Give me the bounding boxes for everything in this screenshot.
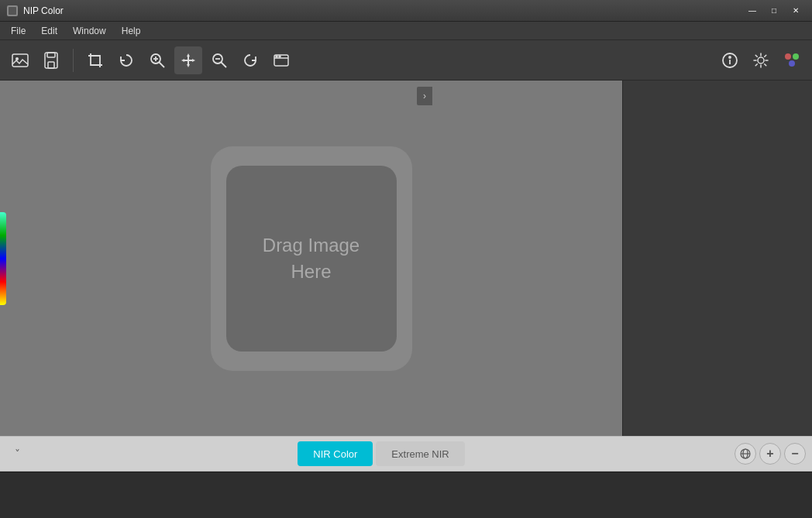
svg-point-23 <box>789 60 795 67</box>
drag-placeholder: Drag Image Here <box>211 146 412 371</box>
redo-button[interactable] <box>236 46 264 74</box>
info-button[interactable] <box>716 46 744 74</box>
minus-icon: − <box>791 448 798 460</box>
move-button[interactable] <box>174 46 202 74</box>
title-bar: NIP Color — □ ✕ <box>0 0 812 22</box>
rotate-button[interactable] <box>112 46 140 74</box>
title-bar-left: NIP Color <box>6 5 64 17</box>
main-area: Drag Image Here › <box>0 81 812 436</box>
globe-button[interactable] <box>735 443 756 465</box>
add-tab-button[interactable]: + <box>759 443 781 465</box>
menu-edit[interactable]: Edit <box>33 24 65 38</box>
menu-file[interactable]: File <box>3 24 33 38</box>
plus-icon: + <box>766 448 773 460</box>
title-bar-controls: — □ ✕ <box>742 4 806 18</box>
view-button[interactable] <box>267 46 295 74</box>
svg-point-21 <box>785 53 791 60</box>
menu-bar: File Edit Window Help <box>0 22 812 40</box>
tab-nir-color[interactable]: NIR Color <box>298 441 373 466</box>
svg-point-16 <box>279 56 280 57</box>
open-image-button[interactable] <box>6 46 34 74</box>
svg-rect-2 <box>12 54 28 67</box>
save-button[interactable] <box>37 46 65 74</box>
svg-rect-1 <box>9 7 16 15</box>
close-button[interactable]: ✕ <box>786 4 806 18</box>
chevron-right-icon: › <box>423 91 426 101</box>
separator-1 <box>73 49 74 72</box>
canvas-area[interactable]: Drag Image Here › <box>0 81 622 436</box>
zoom-in-button[interactable] <box>143 46 171 74</box>
color-strip <box>0 212 6 305</box>
settings-button[interactable] <box>747 46 775 74</box>
svg-rect-6 <box>47 53 55 57</box>
tab-extreme-nir[interactable]: Extreme NIR <box>376 441 464 466</box>
svg-line-8 <box>160 62 165 67</box>
svg-point-3 <box>15 57 19 60</box>
svg-rect-5 <box>48 62 54 68</box>
tab-bar-icons: + − <box>735 443 806 465</box>
minimize-button[interactable]: — <box>742 4 762 18</box>
maximize-button[interactable]: □ <box>764 4 784 18</box>
remove-tab-button[interactable]: − <box>784 443 806 465</box>
right-panel <box>622 81 812 436</box>
svg-line-12 <box>222 62 227 67</box>
drag-inner: Drag Image Here <box>226 166 397 352</box>
menu-window[interactable]: Window <box>65 24 114 38</box>
drag-text: Drag Image Here <box>263 232 360 284</box>
tab-bar: ˅ NIR Color Extreme NIR + − <box>0 436 812 472</box>
toolbar <box>0 40 812 81</box>
svg-point-22 <box>793 53 799 60</box>
drag-text-line2: Here <box>291 261 331 282</box>
status-bar <box>0 472 812 518</box>
zoom-out-button[interactable] <box>205 46 233 74</box>
window-title: NIP Color <box>23 5 64 16</box>
panel-toggle-button[interactable]: › <box>417 87 432 105</box>
svg-point-19 <box>729 57 731 58</box>
effects-button[interactable] <box>778 46 806 74</box>
crop-button[interactable] <box>81 46 109 74</box>
chevron-down-icon: ˅ <box>15 448 20 460</box>
svg-point-15 <box>276 56 277 57</box>
app-icon <box>6 5 19 17</box>
tab-chevron-button[interactable]: ˅ <box>6 443 28 465</box>
menu-help[interactable]: Help <box>114 24 149 38</box>
drag-text-line1: Drag Image <box>263 235 360 256</box>
svg-point-20 <box>758 57 764 63</box>
